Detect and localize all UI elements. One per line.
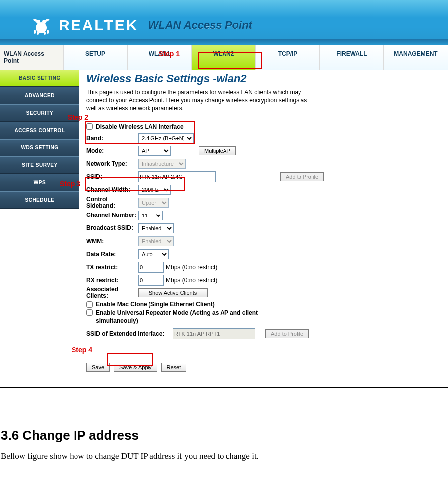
macclone-checkbox[interactable] [86, 301, 93, 308]
step2-label: Step 2 [68, 113, 88, 121]
page-title: Wireless Basic Settings -wlan2 [86, 72, 441, 85]
banner: REALTEK WLAN Access Point [0, 0, 448, 45]
chanw-label: Channel Width: [86, 186, 138, 193]
show-clients-button[interactable]: Show Active Clients [138, 288, 208, 297]
save-button[interactable]: Save [86, 363, 110, 372]
wmm-label: WMM: [86, 238, 138, 245]
save-apply-button[interactable]: Save & Apply [114, 363, 157, 372]
screenshot-container: Step 1 REALTEK WLAN Access Point [0, 0, 448, 388]
band-select[interactable]: 2.4 GHz (B+G+N) [138, 133, 194, 143]
tab-tcpip[interactable]: TCP/IP [256, 45, 320, 70]
chanw-select[interactable]: 20MHz [138, 185, 171, 195]
rx-input[interactable] [138, 275, 164, 286]
realtek-logo-icon [30, 15, 53, 36]
doc-body: Bellow figure show how to change DUT IP … [1, 451, 448, 461]
top-nav: WLAN Access Point SETUP WLAN1 WLAN2 TCP/… [0, 45, 448, 70]
tx-input[interactable] [138, 262, 164, 273]
brand-text: REALTEK [59, 17, 138, 34]
urepeater-checkbox[interactable] [86, 309, 93, 316]
sidebar-item-advanced[interactable]: ADVANCED [0, 87, 79, 104]
bssid-label: Broadcast SSID: [86, 225, 138, 231]
ssid-label: SSID: [86, 173, 138, 180]
rx-label: RX restrict: [86, 277, 138, 284]
step1-label: Step 1 [159, 50, 180, 58]
band-label: Band: [86, 135, 138, 142]
assoc-label: Associated Clients: [86, 286, 138, 299]
wmm-select: Enabled [138, 236, 174, 246]
disable-wlan-checkbox[interactable] [86, 123, 93, 130]
page-desc: This page is used to configure the param… [86, 88, 315, 113]
rx-hint: Mbps (0:no restrict) [166, 277, 217, 284]
urepeater-label: Enable Universal Repeater Mode (Acting a… [96, 309, 270, 325]
ext-ssid-input [173, 328, 255, 339]
svg-rect-5 [37, 32, 39, 35]
bssid-select[interactable]: Enabled [138, 223, 174, 233]
rate-label: Data Rate: [86, 251, 138, 258]
document-text: 3.6 Change IP address Bellow figure show… [0, 388, 448, 478]
disable-wlan-label: Disable Wireless LAN Interface [96, 123, 184, 130]
add-to-profile-button-2: Add to Profile [265, 329, 309, 338]
channum-select[interactable]: 11 [138, 211, 163, 220]
svg-rect-3 [34, 30, 36, 34]
tab-firewall[interactable]: FIREWALL [320, 45, 384, 70]
sidebar-item-schedule[interactable]: SCHEDULE [0, 191, 79, 209]
svg-rect-4 [47, 30, 49, 34]
ext-ssid-label: SSID of Extended Interface: [86, 330, 173, 337]
sidebar-item-site-survey[interactable]: SITE SURVEY [0, 156, 79, 174]
tab-wlan2[interactable]: WLAN2 [192, 45, 256, 70]
content-area: Wireless Basic Settings -wlan2 This page… [79, 70, 448, 387]
nettype-label: Network Type: [86, 160, 138, 167]
rate-select[interactable]: Auto [138, 249, 169, 259]
nav-side-title: WLAN Access Point [0, 45, 64, 70]
tx-label: TX restrict: [86, 264, 138, 271]
mode-select[interactable]: AP [138, 146, 171, 156]
tab-management[interactable]: MANAGEMENT [384, 45, 448, 70]
main-area: BASIC SETTING ADVANCED SECURITY ACCESS C… [0, 70, 448, 387]
mode-label: Mode: [86, 147, 138, 154]
macclone-label: Enable Mac Clone (Single Ethernet Client… [96, 301, 215, 308]
channum-label: Channel Number: [86, 212, 138, 218]
svg-rect-6 [44, 32, 46, 35]
sidebar-item-basic[interactable]: BASIC SETTING [0, 70, 79, 87]
add-to-profile-button: Add to Profile [280, 172, 324, 181]
doc-heading: 3.6 Change IP address [1, 428, 448, 443]
nettype-select: Infrastructure [138, 159, 186, 169]
tagline-text: WLAN Access Point [148, 19, 252, 32]
tx-hint: Mbps (0:no restrict) [166, 264, 217, 271]
sideband-select: Upper [138, 198, 169, 208]
sideband-label: Control Sideband: [86, 196, 138, 209]
multiple-ap-button[interactable]: MultipleAP [199, 146, 236, 155]
sidebar-item-access-control[interactable]: ACCESS CONTROL [0, 122, 79, 139]
reset-button[interactable]: Reset [161, 363, 187, 372]
sidebar-item-wds[interactable]: WDS SETTING [0, 139, 79, 156]
svg-point-0 [36, 22, 47, 33]
tab-setup[interactable]: SETUP [64, 45, 128, 70]
step3-label: Step 3 [60, 180, 80, 188]
step4-label: Step 4 [72, 346, 92, 354]
ssid-input[interactable] [138, 171, 216, 182]
